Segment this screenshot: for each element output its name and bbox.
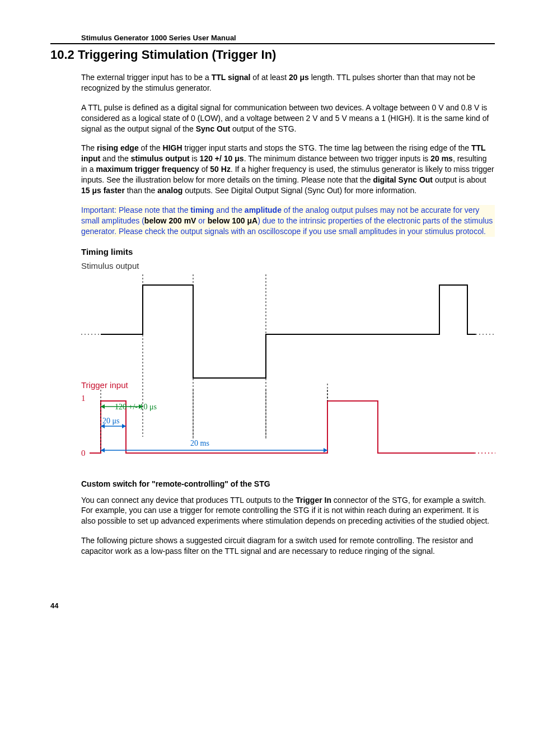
paragraph-ttl-signal: The external trigger input has to be a T… (81, 72, 495, 94)
diagram-connectors (81, 274, 495, 275)
custom-switch-heading: Custom switch for "remote-controlling" o… (81, 479, 495, 488)
paragraph-circuit: The following picture shows a suggested … (81, 535, 495, 557)
delay-label: 120 +/- 10 μs (115, 403, 157, 411)
paragraph-ttl-def: A TTL pulse is defined as a digital sign… (81, 102, 495, 134)
stimulus-waveform (81, 273, 495, 379)
svg-marker-15 (101, 448, 105, 452)
svg-marker-9 (101, 404, 105, 409)
stimulus-output-label: Stimulus output (81, 261, 495, 270)
section-number: 10.2 (50, 48, 74, 62)
section-title: Triggering Stimulation (Trigger In) (78, 48, 276, 62)
min-gap-label: 20 ms (190, 439, 209, 447)
page-number: 44 (50, 601, 495, 610)
trigger-waveform: 1 0 120 +/- 10 μs 2 (81, 390, 495, 463)
important-note: Important: Please note that the timing a… (81, 205, 495, 237)
section-heading: 10.2 Triggering Stimulation (Trigger In) (50, 48, 495, 62)
svg-marker-13 (122, 424, 126, 428)
svg-marker-16 (324, 448, 327, 452)
running-header: Stimulus Generator 1000 Series User Manu… (81, 34, 495, 42)
timing-limits-heading: Timing limits (81, 247, 495, 256)
y-axis-0: 0 (81, 449, 86, 458)
paragraph-rising-edge: The rising edge of the HIGH trigger inpu… (81, 143, 495, 195)
pulse-width-label: 20 μs (102, 417, 119, 425)
header-rule (50, 43, 495, 44)
timing-diagram: Stimulus output Trigger input 1 0 (81, 261, 495, 463)
paragraph-custom-switch: You can connect any device that produces… (81, 495, 495, 527)
trigger-input-label: Trigger input (81, 380, 495, 390)
y-axis-1: 1 (81, 394, 86, 403)
